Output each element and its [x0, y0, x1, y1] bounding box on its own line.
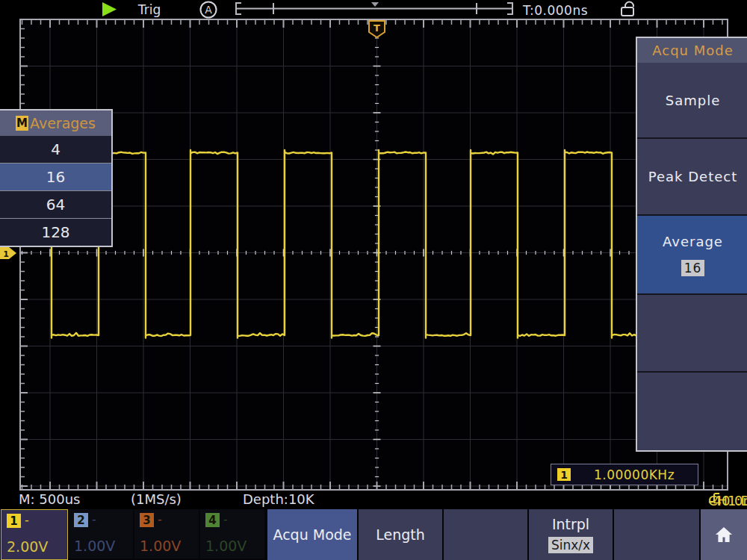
trig-label: Trig — [137, 2, 161, 17]
ch1-position-marker[interactable]: 1 — [0, 247, 16, 259]
frequency-value: 1.00000KHz — [571, 467, 698, 482]
averages-popup-header: M Averages — [0, 111, 111, 136]
trigger-level-text: -40.0mV — [708, 493, 747, 508]
home-button[interactable] — [701, 509, 747, 560]
bottom-bar: 1 - 2.00V 2 - 1.00V 3 - 1.00V 4 - 1.00V … — [0, 509, 747, 560]
length-button[interactable]: Length — [359, 509, 442, 560]
channel-3-badge: 3 — [140, 513, 154, 527]
channel-1-scale: 2.00V — [7, 538, 48, 555]
intrpl-value: Sinx/x — [548, 537, 593, 553]
auto-trigger-letter: A — [205, 4, 212, 16]
acqu-option-sample[interactable]: Sample — [637, 63, 747, 137]
acqu-option-peak-detect[interactable]: Peak Detect — [637, 137, 747, 214]
acqu-option-peak-detect-label: Peak Detect — [648, 169, 737, 184]
channel-4-badge: 4 — [205, 513, 220, 527]
oscilloscope-screen: Trig A T:0.000ns T 1 1 1.00 — [0, 0, 747, 560]
channel-4-scale: 1.00V — [205, 538, 247, 554]
time-offset: T:0.000ns — [522, 3, 588, 18]
acqu-option-empty-1[interactable] — [637, 293, 747, 371]
averages-popup-title: Averages — [30, 115, 96, 131]
acqu-mode-menu-title: Acqu Mode — [637, 38, 747, 63]
averages-option-4[interactable]: 4 — [0, 136, 111, 163]
status-bar: M: 500us (1MS/s) Depth:10K CH1:DC- -40.0… — [0, 490, 747, 509]
acqu-mode-menu: Acqu Mode Sample Peak Detect Average 16 — [636, 37, 747, 452]
acqu-mode-button[interactable]: Acqu Mode — [267, 509, 357, 560]
channel-2-badge: 2 — [74, 513, 88, 527]
run-play-icon — [102, 2, 117, 16]
svg-text:T: T — [374, 22, 380, 34]
unlock-icon[interactable] — [622, 2, 633, 16]
scope-grid-and-waveform — [20, 19, 728, 490]
acqu-option-average[interactable]: Average 16 — [637, 214, 747, 293]
averages-popup: M Averages 4 16 64 128 — [0, 109, 113, 247]
acqu-option-sample-label: Sample — [666, 93, 721, 108]
channel-3-scale: 1.00V — [140, 538, 181, 554]
channel-1-box[interactable]: 1 - 2.00V — [1, 509, 68, 560]
memory-depth-readout: Depth:10K — [243, 491, 314, 507]
averages-option-128[interactable]: 128 — [0, 218, 111, 246]
frequency-meter: 1 1.00000KHz — [551, 464, 698, 485]
average-count-value: 16 — [681, 260, 705, 276]
channel-2-coupling: - — [92, 512, 96, 526]
sample-rate-readout: (1MS/s) — [131, 491, 182, 507]
channel-2-box[interactable]: 2 - 1.00V — [69, 509, 133, 559]
averages-option-64[interactable]: 64 — [0, 190, 111, 218]
svg-text:1: 1 — [3, 249, 9, 259]
averages-option-16[interactable]: 16 — [0, 163, 111, 190]
channel-4-box[interactable]: 4 - 1.00V — [200, 509, 264, 559]
channel-4-coupling: - — [223, 512, 228, 526]
acqu-option-empty-2[interactable] — [637, 371, 747, 450]
intrpl-button[interactable]: Intrpl Sinx/x — [529, 509, 613, 560]
channel-2-scale: 1.00V — [74, 538, 115, 554]
softkey-empty-1[interactable] — [444, 509, 527, 560]
channel-3-box[interactable]: 3 - 1.00V — [134, 509, 199, 559]
trigger-readout: CH1:DC- -40.0mV — [708, 491, 723, 505]
ch1-badge: 1 — [557, 468, 571, 481]
timebase-readout: M: 500us — [19, 491, 80, 507]
home-icon — [713, 524, 735, 545]
acqu-option-average-label: Average — [663, 234, 723, 249]
scope-display: Trig A T:0.000ns T 1 — [0, 0, 747, 509]
hpos-window-marker — [371, 2, 379, 7]
channel-3-coupling: - — [158, 512, 162, 526]
channel-1-badge: 1 — [7, 514, 21, 528]
softkey-empty-2[interactable] — [614, 509, 699, 560]
multipurpose-knob-icon: M — [16, 116, 28, 131]
channel-1-coupling: - — [25, 513, 29, 527]
